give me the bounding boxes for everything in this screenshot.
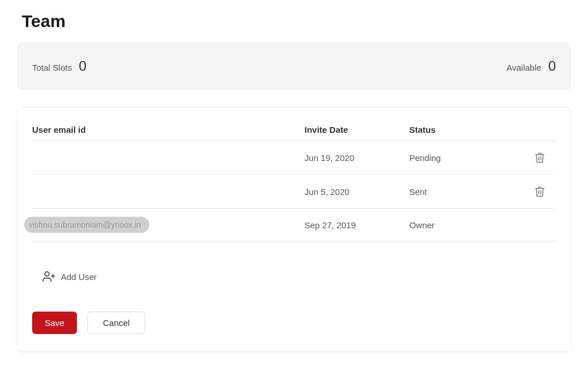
- cell-email: vishnu.subramoniam@ynoox.in: [24, 217, 149, 233]
- table-row: Jun 19, 2020 Pending: [32, 141, 556, 175]
- table-row: vishnu.subramoniam@ynoox.in Sep 27, 2019…: [32, 209, 556, 241]
- cancel-button[interactable]: Cancel: [87, 312, 145, 334]
- delete-button[interactable]: [532, 149, 548, 166]
- delete-button[interactable]: [532, 183, 548, 200]
- cell-status: Owner: [409, 209, 514, 241]
- total-slots-stat: Total Slots 0: [32, 58, 87, 74]
- column-header-status: Status: [409, 125, 514, 141]
- trash-icon: [534, 185, 546, 198]
- add-user-icon: [42, 270, 55, 283]
- page-title: Team: [22, 11, 571, 31]
- available-slots-value: 0: [548, 58, 556, 74]
- column-header-invite-date: Invite Date: [304, 125, 409, 141]
- cell-status: Pending: [409, 141, 514, 175]
- add-user-label: Add User: [61, 272, 97, 282]
- add-user-button[interactable]: Add User: [32, 270, 556, 283]
- table-row: Jun 5, 2020 Sent: [32, 175, 556, 209]
- slots-summary-card: Total Slots 0 Available 0: [17, 43, 571, 90]
- cell-invite-date: Jun 19, 2020: [304, 141, 409, 175]
- total-slots-label: Total Slots: [32, 63, 72, 72]
- cell-invite-date: Jun 5, 2020: [304, 175, 409, 209]
- svg-point-0: [45, 272, 49, 276]
- available-slots-stat: Available 0: [506, 58, 556, 74]
- cell-email: [32, 141, 304, 175]
- form-actions: Save Cancel: [32, 312, 556, 334]
- team-members-card: User email id Invite Date Status Jun 19,…: [17, 107, 571, 352]
- cell-status: Sent: [409, 175, 514, 209]
- total-slots-value: 0: [79, 58, 86, 74]
- available-slots-label: Available: [506, 63, 541, 72]
- column-header-email: User email id: [32, 125, 304, 141]
- column-header-actions: [514, 125, 556, 141]
- team-members-table: User email id Invite Date Status Jun 19,…: [32, 125, 556, 241]
- cell-email: [32, 175, 304, 209]
- save-button[interactable]: Save: [32, 312, 77, 334]
- trash-icon: [534, 151, 546, 164]
- cell-invite-date: Sep 27, 2019: [304, 209, 409, 241]
